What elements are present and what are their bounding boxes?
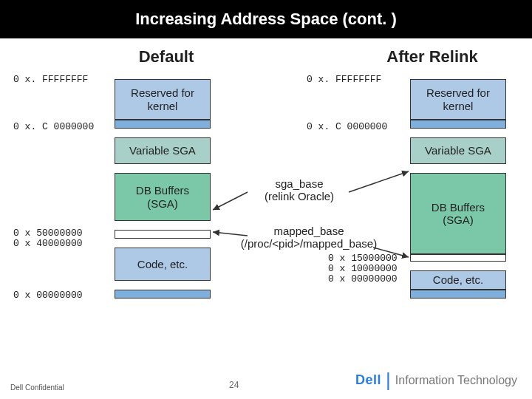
- block-left-reserved-kernel: Reserved for kernel: [115, 79, 211, 120]
- annotation-mapped-base: mapped_base (/proc/<pid>/mapped_base): [235, 225, 383, 250]
- block-left-gap3: [115, 290, 211, 299]
- addr-left-40000000: 0 x 40000000: [13, 238, 83, 249]
- slide-header: Increasing Address Space (cont. ): [0, 0, 532, 38]
- column-title-default: Default: [118, 47, 214, 66]
- footer: Dell Confidential 24 Dell | Information …: [0, 364, 532, 399]
- block-right-reserved-kernel: Reserved for kernel: [410, 79, 506, 120]
- diagram-stage: Default After Relink 0 x. FFFFFFFF Reser…: [0, 38, 532, 364]
- addr-left-ffffffff: 0 x. FFFFFFFF: [13, 74, 88, 85]
- block-right-db-buffers: DB Buffers (SGA): [410, 173, 506, 254]
- block-left-code: Code, etc.: [115, 248, 211, 281]
- addr-right-00000000: 0 x 00000000: [328, 273, 398, 284]
- annotation-sga-base: sga_base (relink Oracle): [244, 177, 355, 202]
- column-title-after-relink: After Relink: [369, 47, 495, 66]
- addr-right-10000000: 0 x 10000000: [328, 263, 398, 274]
- confidential-label: Dell Confidential: [10, 383, 64, 392]
- addr-left-50000000: 0 x 50000000: [13, 228, 83, 239]
- addr-right-ffffffff: 0 x. FFFFFFFF: [307, 74, 381, 85]
- addr-right-c0000000: 0 x. C 0000000: [307, 121, 387, 132]
- block-right-gap2: [410, 254, 506, 262]
- block-left-variable-sga: Variable SGA: [115, 137, 211, 164]
- block-right-gap3: [410, 290, 506, 299]
- block-left-db-buffers: DB Buffers (SGA): [115, 173, 211, 221]
- addr-right-15000000: 0 x 15000000: [328, 253, 398, 264]
- block-left-gap1: [115, 120, 211, 129]
- brand-it: Information Technology: [395, 374, 517, 387]
- block-right-variable-sga: Variable SGA: [410, 137, 506, 164]
- block-left-gap2: [115, 230, 211, 239]
- block-right-gap1: [410, 120, 506, 129]
- addr-left-00000000: 0 x 00000000: [13, 290, 83, 301]
- block-right-code: Code, etc.: [410, 270, 506, 290]
- svg-line-0: [213, 192, 248, 210]
- brand-dell: Dell: [355, 372, 381, 388]
- brand-area: Dell | Information Technology: [355, 369, 517, 392]
- svg-line-1: [349, 171, 409, 192]
- slide-title: Increasing Address Space (cont. ): [135, 10, 397, 29]
- brand-separator: |: [386, 369, 391, 392]
- page-number: 24: [229, 380, 239, 390]
- addr-left-c0000000: 0 x. C 0000000: [13, 121, 94, 132]
